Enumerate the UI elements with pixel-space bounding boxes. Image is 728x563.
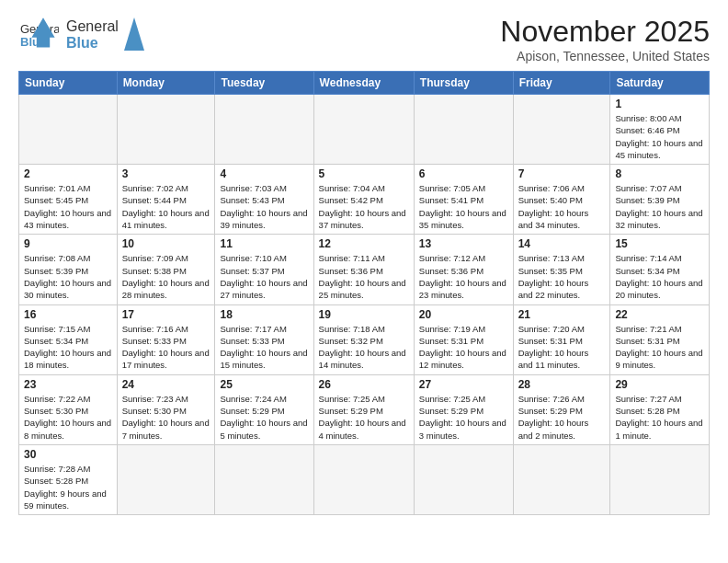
calendar-cell: 12Sunrise: 7:11 AM Sunset: 5:36 PM Dayli… (313, 235, 414, 304)
calendar-cell: 22Sunrise: 7:21 AM Sunset: 5:31 PM Dayli… (610, 304, 710, 374)
calendar-cell: 25Sunrise: 7:24 AM Sunset: 5:29 PM Dayli… (215, 374, 313, 444)
day-number: 22 (615, 308, 704, 321)
calendar-cell: 3Sunrise: 7:02 AM Sunset: 5:44 PM Daylig… (117, 165, 215, 235)
calendar-cell (513, 444, 610, 514)
day-info: Sunrise: 7:15 AM Sunset: 5:34 PM Dayligh… (24, 323, 112, 372)
day-info: Sunrise: 7:06 AM Sunset: 5:40 PM Dayligh… (518, 182, 606, 231)
day-info: Sunrise: 7:21 AM Sunset: 5:31 PM Dayligh… (615, 323, 704, 372)
calendar-cell: 29Sunrise: 7:27 AM Sunset: 5:28 PM Dayli… (610, 374, 710, 444)
day-info: Sunrise: 7:20 AM Sunset: 5:31 PM Dayligh… (518, 323, 606, 372)
weekday-header: Wednesday (313, 72, 414, 95)
day-info: Sunrise: 7:25 AM Sunset: 5:29 PM Dayligh… (319, 393, 409, 442)
day-info: Sunrise: 7:17 AM Sunset: 5:33 PM Dayligh… (220, 323, 308, 372)
calendar-cell: 1Sunrise: 8:00 AM Sunset: 6:46 PM Daylig… (610, 95, 710, 165)
day-info: Sunrise: 8:00 AM Sunset: 6:46 PM Dayligh… (615, 112, 704, 161)
day-number: 24 (122, 378, 210, 391)
day-number: 13 (419, 237, 508, 250)
logo-blue-text: Blue (66, 35, 119, 52)
day-info: Sunrise: 7:02 AM Sunset: 5:44 PM Dayligh… (122, 182, 210, 231)
day-info: Sunrise: 7:03 AM Sunset: 5:43 PM Dayligh… (220, 182, 308, 231)
title-area: November 2025 Apison, Tennessee, United … (500, 15, 710, 63)
day-info: Sunrise: 7:22 AM Sunset: 5:30 PM Dayligh… (24, 393, 112, 442)
calendar-cell (513, 95, 610, 165)
day-info: Sunrise: 7:01 AM Sunset: 5:45 PM Dayligh… (24, 182, 112, 231)
calendar-week-row: 16Sunrise: 7:15 AM Sunset: 5:34 PM Dayli… (19, 304, 710, 374)
day-info: Sunrise: 7:13 AM Sunset: 5:35 PM Dayligh… (518, 252, 606, 301)
logo: General Blue General Blue (18, 15, 144, 55)
day-number: 16 (24, 308, 112, 321)
calendar-cell: 7Sunrise: 7:06 AM Sunset: 5:40 PM Daylig… (513, 165, 610, 235)
calendar-cell: 2Sunrise: 7:01 AM Sunset: 5:45 PM Daylig… (19, 165, 118, 235)
day-number: 30 (24, 448, 112, 461)
day-info: Sunrise: 7:24 AM Sunset: 5:29 PM Dayligh… (220, 393, 308, 442)
day-number: 9 (24, 237, 112, 250)
calendar-cell (215, 444, 313, 514)
day-number: 10 (122, 237, 210, 250)
month-title: November 2025 (500, 15, 710, 49)
day-number: 2 (24, 167, 112, 180)
calendar-cell: 27Sunrise: 7:25 AM Sunset: 5:29 PM Dayli… (414, 374, 513, 444)
day-info: Sunrise: 7:08 AM Sunset: 5:39 PM Dayligh… (24, 252, 112, 301)
calendar-week-row: 2Sunrise: 7:01 AM Sunset: 5:45 PM Daylig… (19, 165, 710, 235)
header: General Blue General Blue November 2025 … (18, 15, 710, 63)
calendar-cell (414, 95, 513, 165)
day-info: Sunrise: 7:18 AM Sunset: 5:32 PM Dayligh… (319, 323, 409, 372)
calendar-cell: 17Sunrise: 7:16 AM Sunset: 5:33 PM Dayli… (117, 304, 215, 374)
calendar-cell: 26Sunrise: 7:25 AM Sunset: 5:29 PM Dayli… (313, 374, 414, 444)
day-info: Sunrise: 7:14 AM Sunset: 5:34 PM Dayligh… (615, 252, 704, 301)
calendar-cell (313, 444, 414, 514)
day-info: Sunrise: 7:09 AM Sunset: 5:38 PM Dayligh… (122, 252, 210, 301)
logo-icon: General Blue (18, 15, 59, 55)
day-number: 29 (615, 378, 704, 391)
calendar-cell: 19Sunrise: 7:18 AM Sunset: 5:32 PM Dayli… (313, 304, 414, 374)
location: Apison, Tennessee, United States (500, 49, 710, 63)
day-info: Sunrise: 7:26 AM Sunset: 5:29 PM Dayligh… (518, 393, 606, 442)
day-number: 8 (615, 167, 704, 180)
day-number: 25 (220, 378, 308, 391)
day-number: 27 (419, 378, 508, 391)
weekday-header: Monday (117, 72, 215, 95)
day-number: 28 (518, 378, 606, 391)
calendar-cell (610, 444, 710, 514)
day-number: 5 (319, 167, 409, 180)
calendar-cell: 6Sunrise: 7:05 AM Sunset: 5:41 PM Daylig… (414, 165, 513, 235)
calendar-cell: 13Sunrise: 7:12 AM Sunset: 5:36 PM Dayli… (414, 235, 513, 304)
calendar-cell: 14Sunrise: 7:13 AM Sunset: 5:35 PM Dayli… (513, 235, 610, 304)
calendar-cell (414, 444, 513, 514)
day-info: Sunrise: 7:12 AM Sunset: 5:36 PM Dayligh… (419, 252, 508, 301)
weekday-header: Saturday (610, 72, 710, 95)
calendar-cell (117, 444, 215, 514)
calendar-cell: 10Sunrise: 7:09 AM Sunset: 5:38 PM Dayli… (117, 235, 215, 304)
day-info: Sunrise: 7:16 AM Sunset: 5:33 PM Dayligh… (122, 323, 210, 372)
weekday-header: Friday (513, 72, 610, 95)
day-number: 21 (518, 308, 606, 321)
day-info: Sunrise: 7:05 AM Sunset: 5:41 PM Dayligh… (419, 182, 508, 231)
calendar-cell (117, 95, 215, 165)
logo-general-text: General (66, 18, 119, 35)
calendar-cell: 4Sunrise: 7:03 AM Sunset: 5:43 PM Daylig… (215, 165, 313, 235)
day-info: Sunrise: 7:28 AM Sunset: 5:28 PM Dayligh… (24, 463, 112, 511)
day-number: 12 (319, 237, 409, 250)
calendar-cell: 23Sunrise: 7:22 AM Sunset: 5:30 PM Dayli… (19, 374, 118, 444)
day-info: Sunrise: 7:11 AM Sunset: 5:36 PM Dayligh… (319, 252, 409, 301)
page: General Blue General Blue November 2025 … (0, 0, 728, 524)
calendar-cell: 28Sunrise: 7:26 AM Sunset: 5:29 PM Dayli… (513, 374, 610, 444)
calendar-cell: 8Sunrise: 7:07 AM Sunset: 5:39 PM Daylig… (610, 165, 710, 235)
calendar-week-row: 1Sunrise: 8:00 AM Sunset: 6:46 PM Daylig… (19, 95, 710, 165)
calendar-week-row: 23Sunrise: 7:22 AM Sunset: 5:30 PM Dayli… (19, 374, 710, 444)
calendar-cell: 21Sunrise: 7:20 AM Sunset: 5:31 PM Dayli… (513, 304, 610, 374)
calendar-week-row: 9Sunrise: 7:08 AM Sunset: 5:39 PM Daylig… (19, 235, 710, 304)
calendar-table: SundayMondayTuesdayWednesdayThursdayFrid… (18, 71, 710, 515)
day-number: 4 (220, 167, 308, 180)
day-info: Sunrise: 7:25 AM Sunset: 5:29 PM Dayligh… (419, 393, 508, 442)
weekday-header-row: SundayMondayTuesdayWednesdayThursdayFrid… (19, 72, 710, 95)
day-info: Sunrise: 7:19 AM Sunset: 5:31 PM Dayligh… (419, 323, 508, 372)
calendar-cell (313, 95, 414, 165)
calendar-cell: 11Sunrise: 7:10 AM Sunset: 5:37 PM Dayli… (215, 235, 313, 304)
day-number: 7 (518, 167, 606, 180)
day-number: 26 (319, 378, 409, 391)
day-info: Sunrise: 7:10 AM Sunset: 5:37 PM Dayligh… (220, 252, 308, 301)
day-info: Sunrise: 7:07 AM Sunset: 5:39 PM Dayligh… (615, 182, 704, 231)
weekday-header: Thursday (414, 72, 513, 95)
calendar-cell: 18Sunrise: 7:17 AM Sunset: 5:33 PM Dayli… (215, 304, 313, 374)
